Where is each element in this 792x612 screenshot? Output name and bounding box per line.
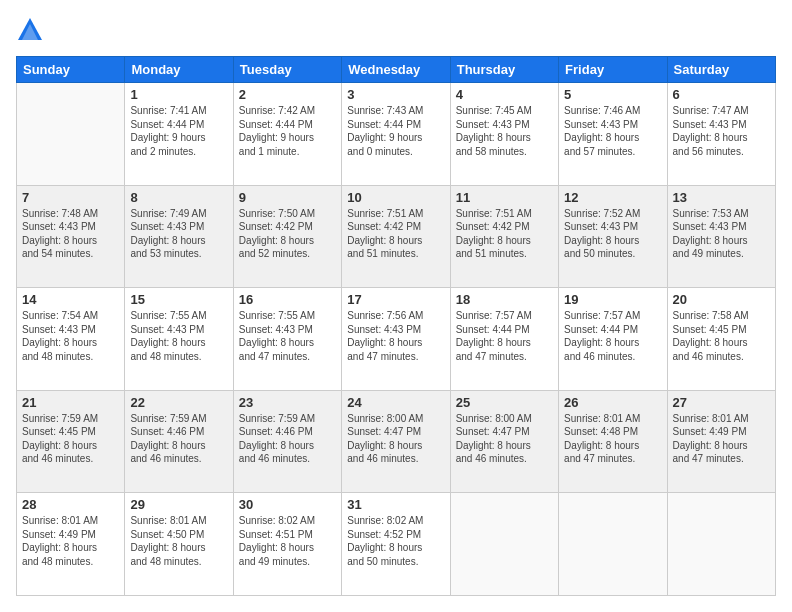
calendar-cell: 20Sunrise: 7:58 AMSunset: 4:45 PMDayligh… bbox=[667, 288, 775, 391]
day-info: Sunrise: 7:56 AMSunset: 4:43 PMDaylight:… bbox=[347, 309, 444, 363]
day-info: Sunrise: 7:59 AMSunset: 4:46 PMDaylight:… bbox=[239, 412, 336, 466]
day-number: 11 bbox=[456, 190, 553, 205]
calendar-cell: 23Sunrise: 7:59 AMSunset: 4:46 PMDayligh… bbox=[233, 390, 341, 493]
day-number: 30 bbox=[239, 497, 336, 512]
calendar-week-row: 7Sunrise: 7:48 AMSunset: 4:43 PMDaylight… bbox=[17, 185, 776, 288]
day-info: Sunrise: 7:59 AMSunset: 4:46 PMDaylight:… bbox=[130, 412, 227, 466]
day-number: 21 bbox=[22, 395, 119, 410]
calendar-week-row: 14Sunrise: 7:54 AMSunset: 4:43 PMDayligh… bbox=[17, 288, 776, 391]
day-number: 19 bbox=[564, 292, 661, 307]
calendar-cell: 14Sunrise: 7:54 AMSunset: 4:43 PMDayligh… bbox=[17, 288, 125, 391]
day-number: 14 bbox=[22, 292, 119, 307]
day-number: 5 bbox=[564, 87, 661, 102]
day-number: 15 bbox=[130, 292, 227, 307]
day-info: Sunrise: 7:57 AMSunset: 4:44 PMDaylight:… bbox=[456, 309, 553, 363]
calendar-cell: 19Sunrise: 7:57 AMSunset: 4:44 PMDayligh… bbox=[559, 288, 667, 391]
day-info: Sunrise: 7:55 AMSunset: 4:43 PMDaylight:… bbox=[130, 309, 227, 363]
calendar-week-row: 1Sunrise: 7:41 AMSunset: 4:44 PMDaylight… bbox=[17, 83, 776, 186]
day-number: 8 bbox=[130, 190, 227, 205]
page: SundayMondayTuesdayWednesdayThursdayFrid… bbox=[0, 0, 792, 612]
calendar-cell: 22Sunrise: 7:59 AMSunset: 4:46 PMDayligh… bbox=[125, 390, 233, 493]
calendar-table: SundayMondayTuesdayWednesdayThursdayFrid… bbox=[16, 56, 776, 596]
calendar-cell: 7Sunrise: 7:48 AMSunset: 4:43 PMDaylight… bbox=[17, 185, 125, 288]
day-number: 25 bbox=[456, 395, 553, 410]
day-number: 10 bbox=[347, 190, 444, 205]
calendar-week-row: 21Sunrise: 7:59 AMSunset: 4:45 PMDayligh… bbox=[17, 390, 776, 493]
day-number: 9 bbox=[239, 190, 336, 205]
calendar-cell bbox=[450, 493, 558, 596]
day-number: 13 bbox=[673, 190, 770, 205]
day-number: 26 bbox=[564, 395, 661, 410]
weekday-header-sunday: Sunday bbox=[17, 57, 125, 83]
calendar-cell: 30Sunrise: 8:02 AMSunset: 4:51 PMDayligh… bbox=[233, 493, 341, 596]
calendar-cell: 9Sunrise: 7:50 AMSunset: 4:42 PMDaylight… bbox=[233, 185, 341, 288]
calendar-cell: 5Sunrise: 7:46 AMSunset: 4:43 PMDaylight… bbox=[559, 83, 667, 186]
calendar-cell: 18Sunrise: 7:57 AMSunset: 4:44 PMDayligh… bbox=[450, 288, 558, 391]
weekday-header-thursday: Thursday bbox=[450, 57, 558, 83]
day-number: 22 bbox=[130, 395, 227, 410]
day-info: Sunrise: 7:58 AMSunset: 4:45 PMDaylight:… bbox=[673, 309, 770, 363]
day-info: Sunrise: 7:51 AMSunset: 4:42 PMDaylight:… bbox=[347, 207, 444, 261]
calendar-cell: 10Sunrise: 7:51 AMSunset: 4:42 PMDayligh… bbox=[342, 185, 450, 288]
day-info: Sunrise: 7:41 AMSunset: 4:44 PMDaylight:… bbox=[130, 104, 227, 158]
day-info: Sunrise: 7:50 AMSunset: 4:42 PMDaylight:… bbox=[239, 207, 336, 261]
logo bbox=[16, 16, 48, 44]
calendar-cell: 12Sunrise: 7:52 AMSunset: 4:43 PMDayligh… bbox=[559, 185, 667, 288]
calendar-cell: 2Sunrise: 7:42 AMSunset: 4:44 PMDaylight… bbox=[233, 83, 341, 186]
calendar-week-row: 28Sunrise: 8:01 AMSunset: 4:49 PMDayligh… bbox=[17, 493, 776, 596]
calendar-cell: 26Sunrise: 8:01 AMSunset: 4:48 PMDayligh… bbox=[559, 390, 667, 493]
day-number: 1 bbox=[130, 87, 227, 102]
weekday-header-monday: Monday bbox=[125, 57, 233, 83]
day-info: Sunrise: 7:53 AMSunset: 4:43 PMDaylight:… bbox=[673, 207, 770, 261]
day-info: Sunrise: 8:01 AMSunset: 4:50 PMDaylight:… bbox=[130, 514, 227, 568]
weekday-header-wednesday: Wednesday bbox=[342, 57, 450, 83]
day-info: Sunrise: 8:00 AMSunset: 4:47 PMDaylight:… bbox=[347, 412, 444, 466]
day-number: 6 bbox=[673, 87, 770, 102]
day-info: Sunrise: 8:00 AMSunset: 4:47 PMDaylight:… bbox=[456, 412, 553, 466]
day-info: Sunrise: 7:54 AMSunset: 4:43 PMDaylight:… bbox=[22, 309, 119, 363]
day-info: Sunrise: 8:01 AMSunset: 4:49 PMDaylight:… bbox=[22, 514, 119, 568]
day-number: 29 bbox=[130, 497, 227, 512]
day-number: 12 bbox=[564, 190, 661, 205]
day-number: 2 bbox=[239, 87, 336, 102]
calendar-cell: 21Sunrise: 7:59 AMSunset: 4:45 PMDayligh… bbox=[17, 390, 125, 493]
day-info: Sunrise: 8:01 AMSunset: 4:48 PMDaylight:… bbox=[564, 412, 661, 466]
calendar-cell: 8Sunrise: 7:49 AMSunset: 4:43 PMDaylight… bbox=[125, 185, 233, 288]
calendar-cell: 24Sunrise: 8:00 AMSunset: 4:47 PMDayligh… bbox=[342, 390, 450, 493]
weekday-header-saturday: Saturday bbox=[667, 57, 775, 83]
day-number: 24 bbox=[347, 395, 444, 410]
calendar-cell: 4Sunrise: 7:45 AMSunset: 4:43 PMDaylight… bbox=[450, 83, 558, 186]
calendar-cell: 11Sunrise: 7:51 AMSunset: 4:42 PMDayligh… bbox=[450, 185, 558, 288]
day-number: 23 bbox=[239, 395, 336, 410]
day-number: 28 bbox=[22, 497, 119, 512]
weekday-header-row: SundayMondayTuesdayWednesdayThursdayFrid… bbox=[17, 57, 776, 83]
day-number: 18 bbox=[456, 292, 553, 307]
day-info: Sunrise: 7:55 AMSunset: 4:43 PMDaylight:… bbox=[239, 309, 336, 363]
calendar-cell bbox=[559, 493, 667, 596]
day-info: Sunrise: 7:42 AMSunset: 4:44 PMDaylight:… bbox=[239, 104, 336, 158]
calendar-cell: 6Sunrise: 7:47 AMSunset: 4:43 PMDaylight… bbox=[667, 83, 775, 186]
day-number: 4 bbox=[456, 87, 553, 102]
day-info: Sunrise: 7:57 AMSunset: 4:44 PMDaylight:… bbox=[564, 309, 661, 363]
logo-icon bbox=[16, 16, 44, 44]
day-info: Sunrise: 7:47 AMSunset: 4:43 PMDaylight:… bbox=[673, 104, 770, 158]
header bbox=[16, 16, 776, 44]
calendar-cell: 25Sunrise: 8:00 AMSunset: 4:47 PMDayligh… bbox=[450, 390, 558, 493]
calendar-cell: 3Sunrise: 7:43 AMSunset: 4:44 PMDaylight… bbox=[342, 83, 450, 186]
day-info: Sunrise: 7:51 AMSunset: 4:42 PMDaylight:… bbox=[456, 207, 553, 261]
day-info: Sunrise: 7:49 AMSunset: 4:43 PMDaylight:… bbox=[130, 207, 227, 261]
calendar-cell: 29Sunrise: 8:01 AMSunset: 4:50 PMDayligh… bbox=[125, 493, 233, 596]
weekday-header-tuesday: Tuesday bbox=[233, 57, 341, 83]
weekday-header-friday: Friday bbox=[559, 57, 667, 83]
day-number: 3 bbox=[347, 87, 444, 102]
calendar-cell: 17Sunrise: 7:56 AMSunset: 4:43 PMDayligh… bbox=[342, 288, 450, 391]
calendar-cell: 28Sunrise: 8:01 AMSunset: 4:49 PMDayligh… bbox=[17, 493, 125, 596]
calendar-cell: 15Sunrise: 7:55 AMSunset: 4:43 PMDayligh… bbox=[125, 288, 233, 391]
day-info: Sunrise: 8:02 AMSunset: 4:52 PMDaylight:… bbox=[347, 514, 444, 568]
day-info: Sunrise: 7:59 AMSunset: 4:45 PMDaylight:… bbox=[22, 412, 119, 466]
calendar-cell: 31Sunrise: 8:02 AMSunset: 4:52 PMDayligh… bbox=[342, 493, 450, 596]
day-number: 27 bbox=[673, 395, 770, 410]
day-number: 20 bbox=[673, 292, 770, 307]
day-info: Sunrise: 8:02 AMSunset: 4:51 PMDaylight:… bbox=[239, 514, 336, 568]
day-number: 31 bbox=[347, 497, 444, 512]
